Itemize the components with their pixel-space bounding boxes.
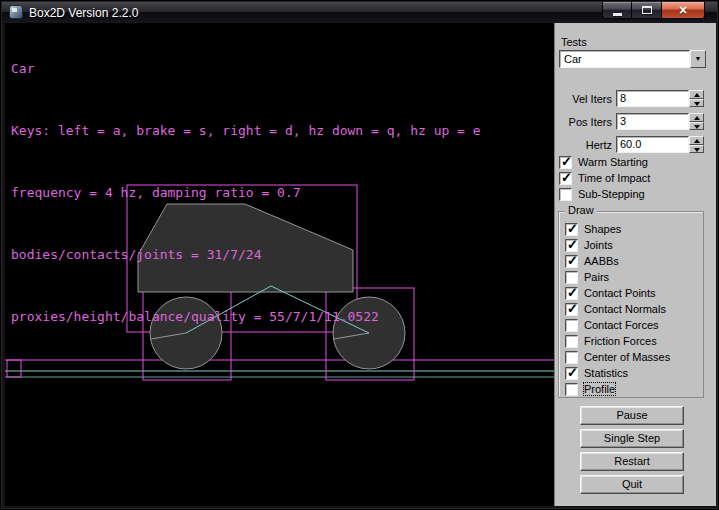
action-button[interactable]: Pause (580, 406, 684, 425)
check-icon: ✓ (567, 254, 578, 267)
checkbox-row[interactable]: ✓ Sub-Stepping (559, 186, 650, 202)
check-icon: ✓ (567, 238, 578, 251)
checkbox[interactable]: ✓ (559, 188, 572, 201)
checkbox[interactable]: ✓ (565, 383, 578, 396)
checkbox-row[interactable]: ✓ AABBs (565, 253, 703, 269)
check-icon: ✓ (567, 286, 578, 299)
spinner-down-icon[interactable] (689, 99, 704, 108)
checkbox-label: Friction Forces (584, 335, 657, 347)
title-bar[interactable]: Box2D Version 2.2.0 × (2, 2, 717, 23)
tests-label: Tests (561, 36, 587, 48)
check-icon: ✓ (567, 222, 578, 235)
action-buttons: Pause Single Step Restart Quit (580, 406, 684, 498)
control-panel: Tests Car ▼ Vel Iters 8 Pos Iters 3 Hert… (554, 23, 716, 506)
iteration-spinners: Vel Iters 8 Pos Iters 3 Hertz 60.0 (557, 90, 704, 159)
window-controls: × (602, 2, 705, 19)
checkbox-row[interactable]: ✓ Time of Impact (559, 170, 650, 186)
checkbox-label: Time of Impact (578, 172, 650, 184)
checkbox-label: Joints (584, 239, 613, 251)
spinner-row: Vel Iters 8 (557, 90, 704, 107)
spinner-row: Hertz 60.0 (557, 136, 704, 153)
simulation-checkboxes: ✓ Warm Starting ✓ Time of Impact ✓ Sub-S… (559, 154, 650, 202)
debug-text-line: bodies/contacts/joints = 31/7/24 (11, 247, 481, 263)
dropdown-arrow-icon[interactable]: ▼ (690, 50, 706, 68)
spinner-up-icon[interactable] (689, 90, 704, 99)
maximize-button[interactable] (632, 2, 661, 19)
checkbox[interactable]: ✓ (565, 351, 578, 364)
checkbox-label: AABBs (584, 255, 619, 267)
checkbox[interactable]: ✓ (565, 335, 578, 348)
checkbox-row[interactable]: ✓ Statistics (565, 365, 703, 381)
checkbox-label: Warm Starting (578, 156, 648, 168)
checkbox[interactable]: ✓ (565, 271, 578, 284)
tests-dropdown-value[interactable]: Car (559, 50, 690, 68)
debug-text-line: Keys: left = a, brake = s, right = d, hz… (11, 123, 481, 139)
spinner-down-icon[interactable] (689, 145, 704, 154)
checkbox-label: Contact Forces (584, 319, 659, 331)
checkbox-label: Contact Normals (584, 303, 666, 315)
spinner-label: Vel Iters (557, 93, 616, 105)
tests-dropdown[interactable]: Car ▼ (559, 50, 706, 68)
minimize-button[interactable] (602, 2, 632, 19)
spinner-row: Pos Iters 3 (557, 113, 704, 130)
spinner-label: Hertz (557, 139, 616, 151)
spinner-arrows (689, 113, 704, 130)
maximize-icon (642, 6, 652, 14)
spinner-down-icon[interactable] (689, 122, 704, 131)
check-icon: ✓ (567, 366, 578, 379)
checkbox-row[interactable]: ✓ Profile (565, 381, 703, 397)
checkbox-label: Statistics (584, 367, 628, 379)
checkbox[interactable]: ✓ (565, 239, 578, 252)
minimize-icon (613, 13, 622, 16)
spinner-input[interactable]: 8 (616, 90, 689, 107)
checkbox-row[interactable]: ✓ Shapes (565, 221, 703, 237)
checkbox[interactable]: ✓ (559, 156, 572, 169)
checkbox-row[interactable]: ✓ Pairs (565, 269, 703, 285)
checkbox[interactable]: ✓ (565, 287, 578, 300)
checkbox-row[interactable]: ✓ Contact Points (565, 285, 703, 301)
app-window: Box2D Version 2.2.0 × (0, 0, 719, 510)
spinner-input[interactable]: 60.0 (616, 136, 689, 153)
checkbox-label: Sub-Stepping (578, 188, 645, 200)
window-content: Car Keys: left = a, brake = s, right = d… (5, 23, 716, 506)
app-icon (9, 5, 23, 19)
checkbox[interactable]: ✓ (565, 303, 578, 316)
checkbox-row[interactable]: ✓ Contact Forces (565, 317, 703, 333)
checkbox[interactable]: ✓ (565, 223, 578, 236)
spinner-input[interactable]: 3 (616, 113, 689, 130)
draw-group-box: Draw ✓ Shapes ✓ Joints ✓ AABBs ✓ Pairs ✓… (558, 211, 704, 398)
close-button[interactable]: × (661, 2, 705, 19)
checkbox[interactable]: ✓ (559, 172, 572, 185)
checkbox-row[interactable]: ✓ Joints (565, 237, 703, 253)
action-button[interactable]: Single Step (580, 429, 684, 448)
check-icon: ✓ (561, 171, 572, 184)
spinner-up-icon[interactable] (689, 136, 704, 145)
checkbox-label: Contact Points (584, 287, 656, 299)
check-icon: ✓ (567, 302, 578, 315)
debug-text-line: Car (11, 61, 481, 77)
close-icon: × (679, 4, 687, 17)
checkbox[interactable]: ✓ (565, 367, 578, 380)
checkbox-row[interactable]: ✓ Center of Masses (565, 349, 703, 365)
spinner-label: Pos Iters (557, 116, 616, 128)
spinner-up-icon[interactable] (689, 113, 704, 122)
simulation-canvas[interactable]: Car Keys: left = a, brake = s, right = d… (5, 23, 554, 506)
draw-checkboxes: ✓ Shapes ✓ Joints ✓ AABBs ✓ Pairs ✓ Cont… (565, 221, 703, 397)
debug-text-line: proxies/height/balance/quality = 55/7/1/… (11, 309, 481, 325)
checkbox-row[interactable]: ✓ Contact Normals (565, 301, 703, 317)
checkbox-label: Shapes (584, 223, 621, 235)
check-icon: ✓ (561, 155, 572, 168)
action-button[interactable]: Quit (580, 475, 684, 494)
checkbox[interactable]: ✓ (565, 319, 578, 332)
spinner-arrows (689, 90, 704, 107)
debug-text-block: Car Keys: left = a, brake = s, right = d… (11, 30, 481, 340)
action-button[interactable]: Restart (580, 452, 684, 471)
checkbox-label: Profile (584, 383, 615, 395)
checkbox-row[interactable]: ✓ Friction Forces (565, 333, 703, 349)
checkbox-label: Pairs (584, 271, 609, 283)
checkbox-row[interactable]: ✓ Warm Starting (559, 154, 650, 170)
checkbox[interactable]: ✓ (565, 255, 578, 268)
debug-text-line: frequency = 4 hz, damping ratio = 0.7 (11, 185, 481, 201)
checkbox-label: Center of Masses (584, 351, 670, 363)
spinner-arrows (689, 136, 704, 153)
